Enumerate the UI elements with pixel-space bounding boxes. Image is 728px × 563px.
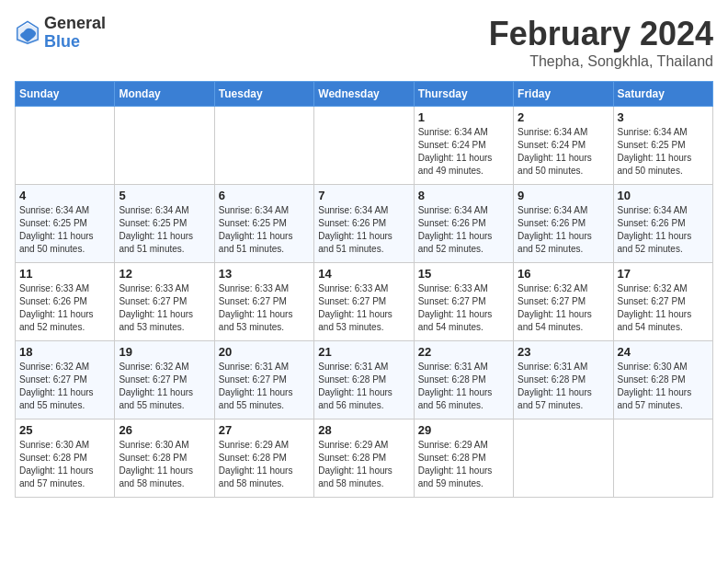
day-number: 24: [618, 345, 709, 359]
calendar-cell: 24Sunrise: 6:30 AM Sunset: 6:28 PM Dayli…: [613, 341, 712, 419]
cell-info: Sunrise: 6:34 AM Sunset: 6:25 PM Dayligh…: [119, 204, 210, 256]
location-title: Thepha, Songkhla, Thailand: [489, 53, 713, 70]
logo: General Blue: [15, 15, 106, 52]
day-of-week-tuesday: Tuesday: [214, 82, 313, 107]
day-number: 18: [19, 345, 110, 359]
calendar-cell: [314, 107, 414, 185]
calendar-cell: [16, 107, 115, 185]
day-number: 13: [219, 267, 310, 281]
calendar-cell: 19Sunrise: 6:32 AM Sunset: 6:27 PM Dayli…: [115, 341, 214, 419]
day-number: 4: [19, 189, 110, 202]
calendar-week-row: 18Sunrise: 6:32 AM Sunset: 6:27 PM Dayli…: [16, 341, 713, 419]
day-number: 8: [418, 189, 509, 202]
day-of-week-monday: Monday: [115, 82, 214, 107]
calendar-cell: 22Sunrise: 6:31 AM Sunset: 6:28 PM Dayli…: [414, 341, 513, 419]
calendar-cell: 10Sunrise: 6:34 AM Sunset: 6:26 PM Dayli…: [613, 185, 712, 263]
cell-info: Sunrise: 6:34 AM Sunset: 6:26 PM Dayligh…: [618, 204, 709, 256]
calendar-cell: 20Sunrise: 6:31 AM Sunset: 6:27 PM Dayli…: [214, 341, 313, 419]
cell-info: Sunrise: 6:34 AM Sunset: 6:24 PM Dayligh…: [518, 126, 609, 178]
cell-info: Sunrise: 6:29 AM Sunset: 6:28 PM Dayligh…: [219, 439, 310, 490]
day-number: 19: [119, 345, 210, 359]
day-number: 6: [219, 189, 310, 202]
calendar-cell: 9Sunrise: 6:34 AM Sunset: 6:26 PM Daylig…: [514, 185, 613, 263]
day-number: 15: [418, 267, 509, 281]
calendar-cell: [613, 419, 712, 498]
calendar-cell: 21Sunrise: 6:31 AM Sunset: 6:28 PM Dayli…: [314, 341, 414, 419]
day-number: 21: [318, 345, 409, 359]
calendar-cell: [214, 107, 313, 185]
cell-info: Sunrise: 6:31 AM Sunset: 6:28 PM Dayligh…: [418, 361, 509, 412]
calendar-cell: 29Sunrise: 6:29 AM Sunset: 6:28 PM Dayli…: [414, 419, 513, 498]
calendar-cell: 16Sunrise: 6:32 AM Sunset: 6:27 PM Dayli…: [514, 263, 613, 341]
calendar-cell: 8Sunrise: 6:34 AM Sunset: 6:26 PM Daylig…: [414, 185, 513, 263]
calendar-cell: 18Sunrise: 6:32 AM Sunset: 6:27 PM Dayli…: [16, 341, 115, 419]
cell-info: Sunrise: 6:33 AM Sunset: 6:27 PM Dayligh…: [418, 282, 509, 334]
cell-info: Sunrise: 6:32 AM Sunset: 6:27 PM Dayligh…: [518, 282, 609, 334]
day-number: 17: [618, 267, 709, 281]
cell-info: Sunrise: 6:33 AM Sunset: 6:27 PM Dayligh…: [119, 282, 210, 334]
title-area: February 2024 Thepha, Songkhla, Thailand: [489, 15, 713, 70]
day-number: 7: [318, 189, 409, 202]
cell-info: Sunrise: 6:34 AM Sunset: 6:26 PM Dayligh…: [318, 204, 409, 256]
day-number: 23: [518, 345, 609, 359]
cell-info: Sunrise: 6:34 AM Sunset: 6:26 PM Dayligh…: [418, 204, 509, 256]
calendar-cell: 28Sunrise: 6:29 AM Sunset: 6:28 PM Dayli…: [314, 419, 414, 498]
day-number: 11: [19, 267, 110, 281]
calendar-cell: 1Sunrise: 6:34 AM Sunset: 6:24 PM Daylig…: [414, 107, 513, 185]
calendar-week-row: 25Sunrise: 6:30 AM Sunset: 6:28 PM Dayli…: [16, 419, 713, 498]
cell-info: Sunrise: 6:32 AM Sunset: 6:27 PM Dayligh…: [119, 361, 210, 412]
day-number: 2: [518, 110, 609, 124]
calendar-header-row: SundayMondayTuesdayWednesdayThursdayFrid…: [16, 82, 713, 107]
logo-text: General Blue: [44, 15, 106, 52]
cell-info: Sunrise: 6:33 AM Sunset: 6:27 PM Dayligh…: [219, 282, 310, 334]
calendar-table: SundayMondayTuesdayWednesdayThursdayFrid…: [15, 81, 713, 498]
calendar-week-row: 1Sunrise: 6:34 AM Sunset: 6:24 PM Daylig…: [16, 107, 713, 185]
calendar-cell: [514, 419, 613, 498]
cell-info: Sunrise: 6:34 AM Sunset: 6:25 PM Dayligh…: [219, 204, 310, 256]
calendar-cell: 25Sunrise: 6:30 AM Sunset: 6:28 PM Dayli…: [16, 419, 115, 498]
day-number: 10: [618, 189, 709, 202]
day-of-week-thursday: Thursday: [414, 82, 513, 107]
calendar-cell: 11Sunrise: 6:33 AM Sunset: 6:26 PM Dayli…: [16, 263, 115, 341]
cell-info: Sunrise: 6:34 AM Sunset: 6:25 PM Dayligh…: [19, 204, 110, 256]
calendar-cell: 17Sunrise: 6:32 AM Sunset: 6:27 PM Dayli…: [613, 263, 712, 341]
day-number: 5: [119, 189, 210, 202]
cell-info: Sunrise: 6:34 AM Sunset: 6:25 PM Dayligh…: [618, 126, 709, 178]
logo-icon: [15, 20, 40, 46]
cell-info: Sunrise: 6:30 AM Sunset: 6:28 PM Dayligh…: [618, 361, 709, 412]
day-number: 20: [219, 345, 310, 359]
calendar-week-row: 11Sunrise: 6:33 AM Sunset: 6:26 PM Dayli…: [16, 263, 713, 341]
calendar-cell: 2Sunrise: 6:34 AM Sunset: 6:24 PM Daylig…: [514, 107, 613, 185]
day-number: 26: [119, 423, 210, 437]
cell-info: Sunrise: 6:31 AM Sunset: 6:27 PM Dayligh…: [219, 361, 310, 412]
cell-info: Sunrise: 6:33 AM Sunset: 6:27 PM Dayligh…: [318, 282, 409, 334]
calendar-cell: 13Sunrise: 6:33 AM Sunset: 6:27 PM Dayli…: [214, 263, 313, 341]
calendar-cell: 6Sunrise: 6:34 AM Sunset: 6:25 PM Daylig…: [214, 185, 313, 263]
logo-blue-text: Blue: [44, 33, 106, 52]
day-number: 22: [418, 345, 509, 359]
month-title: February 2024: [489, 15, 713, 53]
cell-info: Sunrise: 6:34 AM Sunset: 6:24 PM Dayligh…: [418, 126, 509, 178]
calendar-cell: 27Sunrise: 6:29 AM Sunset: 6:28 PM Dayli…: [214, 419, 313, 498]
calendar-cell: 7Sunrise: 6:34 AM Sunset: 6:26 PM Daylig…: [314, 185, 414, 263]
calendar-cell: 5Sunrise: 6:34 AM Sunset: 6:25 PM Daylig…: [115, 185, 214, 263]
calendar-cell: 4Sunrise: 6:34 AM Sunset: 6:25 PM Daylig…: [16, 185, 115, 263]
calendar-week-row: 4Sunrise: 6:34 AM Sunset: 6:25 PM Daylig…: [16, 185, 713, 263]
calendar-cell: 15Sunrise: 6:33 AM Sunset: 6:27 PM Dayli…: [414, 263, 513, 341]
cell-info: Sunrise: 6:30 AM Sunset: 6:28 PM Dayligh…: [19, 439, 110, 490]
calendar-cell: 3Sunrise: 6:34 AM Sunset: 6:25 PM Daylig…: [613, 107, 712, 185]
cell-info: Sunrise: 6:31 AM Sunset: 6:28 PM Dayligh…: [518, 361, 609, 412]
calendar-cell: 14Sunrise: 6:33 AM Sunset: 6:27 PM Dayli…: [314, 263, 414, 341]
day-number: 12: [119, 267, 210, 281]
day-of-week-friday: Friday: [514, 82, 613, 107]
cell-info: Sunrise: 6:34 AM Sunset: 6:26 PM Dayligh…: [518, 204, 609, 256]
calendar-cell: [115, 107, 214, 185]
day-number: 25: [19, 423, 110, 437]
cell-info: Sunrise: 6:31 AM Sunset: 6:28 PM Dayligh…: [318, 361, 409, 412]
cell-info: Sunrise: 6:29 AM Sunset: 6:28 PM Dayligh…: [318, 439, 409, 490]
day-number: 27: [219, 423, 310, 437]
day-number: 14: [318, 267, 409, 281]
day-number: 16: [518, 267, 609, 281]
calendar-cell: 12Sunrise: 6:33 AM Sunset: 6:27 PM Dayli…: [115, 263, 214, 341]
day-number: 28: [318, 423, 409, 437]
